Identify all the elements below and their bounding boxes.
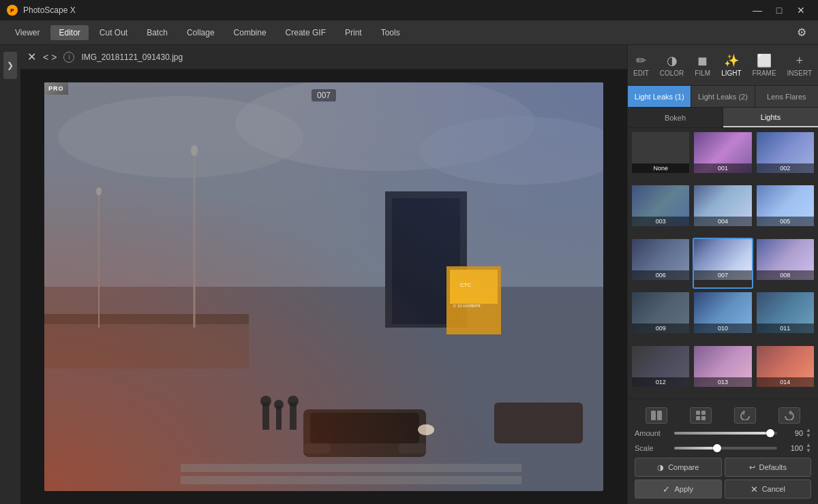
subtab-row: Bokeh Lights: [628, 108, 818, 128]
filter-002[interactable]: 002: [755, 131, 815, 182]
split-view-button[interactable]: [646, 407, 667, 424]
filter-thumb-012: 012: [632, 346, 689, 387]
light-tool-button[interactable]: ✨ LIGHT: [716, 50, 746, 80]
amount-thumb[interactable]: [766, 429, 774, 437]
edit-tool-button[interactable]: ✏ EDIT: [628, 50, 654, 80]
image-svg: СТС С 10 НОЯБРЯ: [44, 82, 603, 491]
scale-slider[interactable]: [674, 447, 777, 450]
frame-tool-button[interactable]: ⬜ FRAME: [747, 50, 782, 80]
apply-label: Apply: [674, 485, 693, 493]
filter-009[interactable]: 009: [631, 291, 691, 342]
amount-value: 90: [783, 429, 803, 437]
tab-row: Light Leaks (1) Light Leaks (2) Lens Fla…: [628, 86, 818, 108]
pro-badge: PRO: [44, 82, 68, 95]
filter-004[interactable]: 004: [693, 184, 753, 235]
filter-007[interactable]: 007: [693, 238, 753, 289]
filter-010[interactable]: 010: [693, 291, 753, 342]
svg-rect-37: [701, 416, 706, 420]
filter-none[interactable]: None: [631, 131, 691, 182]
compare-icon: ◑: [657, 463, 664, 472]
filter-006[interactable]: 006: [631, 238, 691, 289]
close-file-button[interactable]: ✕: [27, 50, 36, 63]
amount-label: Amount: [635, 429, 669, 437]
nav-viewer[interactable]: Viewer: [7, 25, 48, 40]
subtab-lights[interactable]: Lights: [723, 108, 818, 127]
titlebar: P PhotoScape X — □ ✕: [0, 0, 818, 20]
scale-thumb[interactable]: [713, 444, 721, 452]
filter-label-004: 004: [694, 217, 751, 226]
scale-track: [674, 447, 715, 450]
filter-005[interactable]: 005: [755, 184, 815, 235]
film-label: FILM: [695, 69, 710, 77]
nav-tools[interactable]: Tools: [373, 25, 408, 40]
editor-area: ✕ < > i IMG_20181121_091430.jpg: [20, 45, 627, 504]
svg-rect-31: [181, 476, 521, 484]
filter-label-008: 008: [757, 270, 814, 280]
filter-label-007: 007: [694, 270, 751, 280]
filter-013[interactable]: 013: [693, 345, 753, 396]
defaults-button[interactable]: ↩ Defaults: [725, 458, 812, 477]
amount-down[interactable]: ▼: [806, 433, 811, 439]
filter-label-002: 002: [757, 163, 814, 173]
grid-view-button[interactable]: [690, 407, 712, 424]
filter-thumb-004: 004: [694, 185, 751, 226]
cancel-button[interactable]: ✕ Cancel: [725, 479, 812, 499]
nav-create-gif[interactable]: Create GIF: [277, 25, 334, 40]
info-button[interactable]: i: [63, 52, 74, 63]
filter-thumb-001: 001: [694, 132, 751, 173]
svg-rect-32: [651, 411, 656, 420]
amount-track: [674, 432, 767, 435]
action-row: ◑ Compare ↩ Defaults: [635, 458, 811, 477]
filter-001[interactable]: 001: [693, 131, 753, 182]
filter-thumb-002: 002: [757, 132, 814, 173]
close-button[interactable]: ✕: [791, 0, 811, 20]
icon-tool-row: [635, 405, 811, 428]
filter-012[interactable]: 012: [631, 345, 691, 396]
subtab-bokeh[interactable]: Bokeh: [628, 108, 723, 127]
nav-print[interactable]: Print: [337, 25, 370, 40]
settings-button[interactable]: ⚙: [792, 23, 811, 42]
compare-button[interactable]: ◑ Compare: [635, 458, 722, 477]
apply-row: ✓ Apply ✕ Cancel: [635, 479, 811, 499]
rotate-right-button[interactable]: [778, 407, 800, 424]
amount-slider[interactable]: [674, 432, 777, 435]
filter-thumb-010: 010: [694, 292, 751, 333]
next-image-button[interactable]: >: [51, 52, 57, 63]
filter-thumb-none: None: [632, 132, 689, 173]
scale-down[interactable]: ▼: [806, 448, 811, 454]
filter-label-010: 010: [694, 324, 751, 333]
nav-collage[interactable]: Collage: [179, 25, 223, 40]
svg-rect-33: [657, 411, 662, 420]
scale-stepper[interactable]: ▲ ▼: [806, 443, 811, 454]
filter-label-014: 014: [757, 377, 814, 387]
titlebar-controls[interactable]: — □ ✕: [747, 0, 811, 20]
filter-014[interactable]: 014: [755, 345, 815, 396]
maximize-button[interactable]: □: [769, 0, 789, 20]
nav-batch[interactable]: Batch: [138, 25, 176, 40]
amount-stepper[interactable]: ▲ ▼: [806, 428, 811, 439]
minimize-button[interactable]: —: [747, 0, 768, 20]
tab-lens-flares[interactable]: Lens Flares: [755, 86, 818, 107]
prev-image-button[interactable]: <: [43, 52, 48, 63]
filter-003[interactable]: 003: [631, 184, 691, 235]
filename-label: IMG_20181121_091430.jpg: [81, 52, 183, 62]
image-canvas: СТС С 10 НОЯБРЯ: [44, 82, 603, 491]
filter-011[interactable]: 011: [755, 291, 815, 342]
panel-toggle-button[interactable]: ❯: [3, 52, 17, 79]
nav-cutout[interactable]: Cut Out: [91, 25, 136, 40]
nav-combine[interactable]: Combine: [226, 25, 275, 40]
filter-label-005: 005: [757, 217, 814, 226]
apply-button[interactable]: ✓ Apply: [635, 479, 722, 499]
film-tool-button[interactable]: ◼ FILM: [689, 50, 716, 80]
color-tool-button[interactable]: ◑ COLOR: [654, 50, 690, 80]
filter-008[interactable]: 008: [755, 238, 815, 289]
insert-tool-button[interactable]: + INSERT: [782, 51, 818, 80]
filter-label-012: 012: [632, 377, 689, 387]
rotate-left-button[interactable]: [734, 407, 756, 424]
defaults-icon: ↩: [749, 463, 755, 472]
tab-light-leaks-1[interactable]: Light Leaks (1): [628, 86, 691, 107]
nav-editor[interactable]: Editor: [50, 25, 88, 40]
svg-rect-26: [276, 406, 282, 430]
filter-grid: None 001 002 003 004: [628, 128, 818, 398]
tab-light-leaks-2[interactable]: Light Leaks (2): [691, 86, 755, 107]
